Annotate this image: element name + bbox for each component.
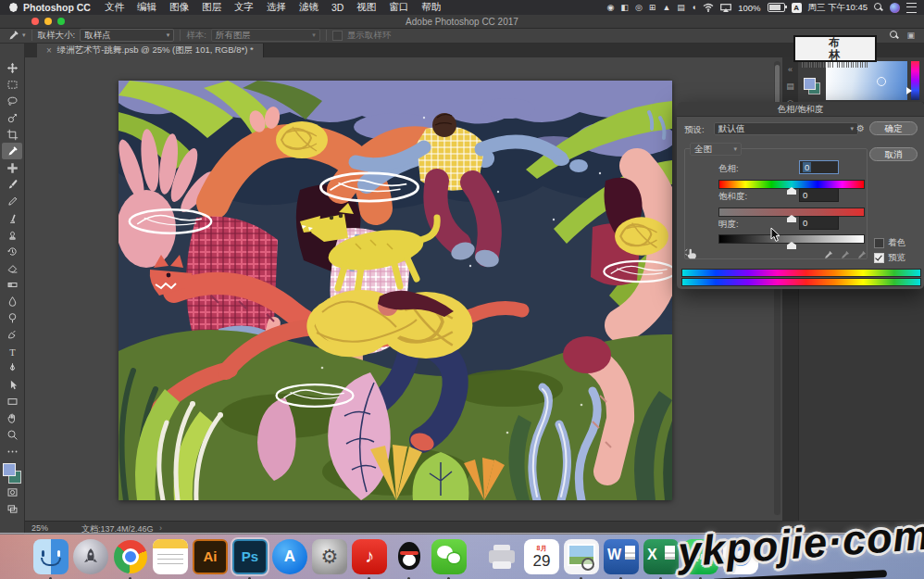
crop-tool[interactable]: [2, 126, 22, 143]
canvas-workspace[interactable]: [24, 57, 782, 521]
cancel-button[interactable]: 取消: [869, 147, 918, 161]
shape-tool[interactable]: [2, 393, 22, 409]
marquee-tool[interactable]: [2, 76, 22, 93]
dock-printer[interactable]: [484, 539, 519, 574]
dock-qq[interactable]: [392, 539, 427, 574]
on-image-adjust-icon[interactable]: [684, 246, 698, 260]
menu-clock[interactable]: 周三 下午10:45: [808, 2, 868, 14]
dock-appstore[interactable]: A: [272, 539, 307, 574]
dock-settings[interactable]: ⚙: [312, 539, 347, 574]
saturation-input[interactable]: 0: [799, 188, 839, 202]
gradient-tool[interactable]: [2, 276, 22, 293]
colorize-checkbox[interactable]: 着色: [874, 237, 905, 249]
eraser-tool[interactable]: [2, 259, 22, 276]
blur-tool[interactable]: [2, 293, 22, 309]
status-chevron-icon[interactable]: ›: [159, 523, 162, 533]
lightness-input[interactable]: 0: [799, 216, 839, 230]
eyedropper-add-icon[interactable]: [840, 250, 850, 260]
dock-photos-viewer[interactable]: [564, 539, 599, 574]
dock-chrome[interactable]: [113, 539, 148, 574]
menu-view[interactable]: 视图: [356, 1, 376, 14]
history-brush-tool[interactable]: [2, 243, 22, 259]
foreground-color-swatch[interactable]: [3, 463, 16, 476]
menu-file[interactable]: 文件: [105, 1, 124, 14]
battery-icon[interactable]: [768, 3, 785, 12]
workspace-icon[interactable]: ▣: [906, 31, 915, 40]
dock-photoshop[interactable]: Ps: [232, 539, 268, 574]
dock-wechat[interactable]: [431, 539, 467, 574]
grid-icon[interactable]: ⊞: [649, 4, 656, 12]
menu-window[interactable]: 窗口: [389, 1, 408, 14]
sample-size-dropdown[interactable]: 取样点 ▾: [80, 29, 174, 42]
healing-brush-tool[interactable]: [2, 159, 22, 176]
eyedropper-sample-icon[interactable]: [823, 250, 833, 260]
preview-checkbox[interactable]: 预览: [874, 252, 905, 264]
hue-input[interactable]: 0: [799, 160, 839, 174]
clone-stamp-tool[interactable]: [2, 226, 22, 243]
notification-center-icon[interactable]: [906, 3, 917, 13]
apple-menu-icon[interactable]: [9, 3, 18, 12]
zoom-tool[interactable]: [2, 426, 22, 443]
dialog-titlebar[interactable]: 色相/饱和度: [677, 102, 924, 117]
eyedropper-subtract-icon[interactable]: [856, 250, 867, 260]
canvas-artwork[interactable]: [119, 81, 672, 500]
screen-mode-icon[interactable]: [2, 500, 22, 517]
foreground-background-swatches[interactable]: [3, 463, 21, 484]
channel-dropdown[interactable]: 全图▾: [690, 143, 742, 156]
hue-slider[interactable]: [718, 180, 865, 189]
adjustments-panel-icon[interactable]: ▤: [782, 82, 798, 91]
mountain-icon[interactable]: ▲: [662, 4, 670, 12]
quick-select-tool[interactable]: [2, 109, 22, 126]
tool-preset-chevron[interactable]: ▾: [22, 31, 26, 39]
siri-icon[interactable]: [890, 3, 900, 13]
hue-slider-thumb[interactable]: [787, 187, 796, 195]
brush-tool[interactable]: [2, 176, 22, 193]
preset-gear-icon[interactable]: ⚙: [856, 123, 865, 133]
saturation-slider-thumb[interactable]: [787, 215, 796, 222]
dock-finder[interactable]: [33, 539, 69, 574]
monitor-icon[interactable]: ▤: [677, 4, 685, 12]
dock-illustrator[interactable]: Ai: [193, 539, 228, 574]
smudge-tool[interactable]: [2, 326, 22, 343]
edit-toolbar-icon[interactable]: [2, 443, 22, 459]
dock-launchpad[interactable]: [73, 539, 108, 574]
close-tab-icon[interactable]: ×: [46, 45, 52, 56]
eyedropper-tool[interactable]: [2, 143, 22, 159]
pencil-tool[interactable]: [2, 193, 22, 209]
dock-word[interactable]: W: [604, 539, 639, 574]
menu-type[interactable]: 文字: [234, 1, 254, 14]
hand-tool[interactable]: [2, 409, 22, 426]
menu-filter[interactable]: 滤镜: [299, 1, 318, 14]
lightness-slider[interactable]: [718, 234, 865, 244]
menu-help[interactable]: 帮助: [421, 1, 441, 14]
eyedropper-options-icon[interactable]: [7, 30, 19, 42]
menu-image[interactable]: 图像: [169, 1, 189, 14]
input-source-icon[interactable]: A: [792, 3, 802, 13]
lightness-slider-thumb[interactable]: [787, 242, 796, 249]
document-tab[interactable]: × 绿洲艺术节-跳舞.psb @ 25% (图层 101, RGB/8*) *: [37, 43, 264, 57]
dodge-tool[interactable]: [2, 309, 22, 326]
workspace-search-icon[interactable]: [890, 31, 899, 40]
hue-spectrum-bar-bottom[interactable]: [681, 278, 921, 286]
dock-calendar[interactable]: 8月29: [524, 539, 559, 574]
dock-excel[interactable]: X: [643, 539, 679, 574]
dock-notes[interactable]: [153, 539, 188, 574]
spotlight-icon[interactable]: [874, 3, 883, 12]
menu-select[interactable]: 选择: [267, 1, 286, 14]
dock-netease-music[interactable]: ♪: [352, 539, 387, 574]
quick-mask-icon[interactable]: [2, 484, 22, 500]
menu-edit[interactable]: 编辑: [137, 1, 156, 14]
screen-lock-icon[interactable]: ◧: [620, 4, 629, 12]
airplay-icon[interactable]: [720, 4, 731, 12]
saturation-slider[interactable]: [718, 208, 865, 217]
preset-dropdown[interactable]: 默认值▾: [714, 122, 858, 135]
wifi-icon[interactable]: [703, 3, 714, 12]
menu-layer[interactable]: 图层: [202, 1, 221, 14]
chat-icon[interactable]: ◖: [692, 4, 696, 12]
move-tool[interactable]: [2, 59, 22, 76]
color-picker-marker[interactable]: [877, 77, 886, 86]
zoom-level[interactable]: 25%: [31, 523, 48, 533]
record-icon[interactable]: ◉: [607, 4, 615, 12]
type-tool[interactable]: T: [2, 343, 22, 359]
color-panel-swatches[interactable]: [804, 78, 820, 94]
